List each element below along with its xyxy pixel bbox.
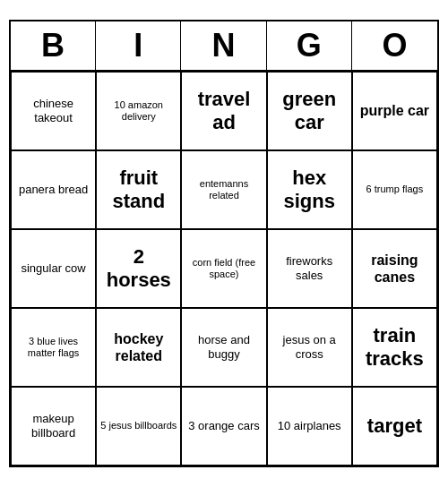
bingo-grid: chinese takeout10 amazon deliverytravel … bbox=[11, 72, 437, 466]
bingo-cell[interactable]: hockey related bbox=[96, 308, 181, 387]
header-letter: G bbox=[267, 21, 352, 70]
header-letter: N bbox=[181, 21, 266, 70]
bingo-cell[interactable]: chinese takeout bbox=[11, 72, 96, 150]
bingo-cell[interactable]: raising canes bbox=[352, 229, 437, 308]
bingo-cell[interactable]: singular cow bbox=[11, 229, 96, 308]
bingo-cell[interactable]: hex signs bbox=[267, 150, 352, 229]
bingo-header: BINGO bbox=[11, 21, 437, 72]
header-letter: I bbox=[96, 21, 181, 70]
bingo-cell[interactable]: 3 orange cars bbox=[181, 387, 266, 466]
bingo-cell[interactable]: 5 jesus billboards bbox=[96, 387, 181, 466]
header-letter: O bbox=[352, 21, 437, 70]
bingo-cell[interactable]: 10 airplanes bbox=[267, 387, 352, 466]
bingo-cell[interactable]: green car bbox=[267, 72, 352, 150]
bingo-cell[interactable]: fruit stand bbox=[96, 150, 181, 229]
bingo-cell[interactable]: target bbox=[352, 387, 437, 466]
bingo-cell[interactable]: horse and buggy bbox=[181, 308, 266, 387]
bingo-cell[interactable]: 3 blue lives matter flags bbox=[11, 308, 96, 387]
bingo-cell[interactable]: entemanns related bbox=[181, 150, 266, 229]
bingo-cell[interactable]: 2 horses bbox=[96, 229, 181, 308]
bingo-cell[interactable]: jesus on a cross bbox=[267, 308, 352, 387]
bingo-card: BINGO chinese takeout10 amazon deliveryt… bbox=[9, 20, 439, 467]
bingo-cell[interactable]: purple car bbox=[352, 72, 437, 150]
bingo-cell[interactable]: corn field (free space) bbox=[181, 229, 266, 308]
bingo-cell[interactable]: fireworks sales bbox=[267, 229, 352, 308]
bingo-cell[interactable]: panera bread bbox=[11, 150, 96, 229]
bingo-cell[interactable]: travel ad bbox=[181, 72, 266, 150]
bingo-cell[interactable]: makeup billboard bbox=[11, 387, 96, 466]
header-letter: B bbox=[11, 21, 96, 70]
bingo-cell[interactable]: train tracks bbox=[352, 308, 437, 387]
bingo-cell[interactable]: 6 trump flags bbox=[352, 150, 437, 229]
bingo-cell[interactable]: 10 amazon delivery bbox=[96, 72, 181, 150]
